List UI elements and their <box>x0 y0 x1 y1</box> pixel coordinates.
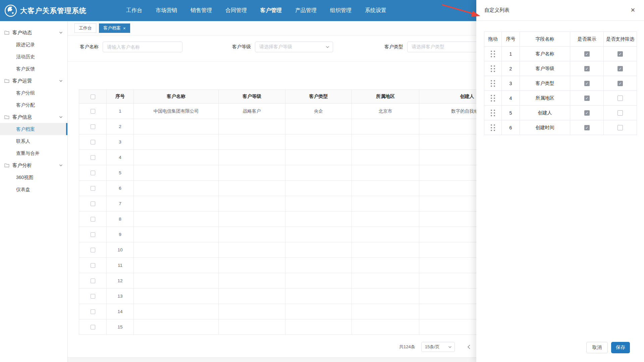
cell <box>352 289 419 304</box>
filterable-checkbox[interactable] <box>618 110 623 116</box>
cell <box>285 304 352 319</box>
row-checkbox[interactable] <box>91 279 95 283</box>
row-checkbox[interactable] <box>91 186 95 191</box>
customer-level-select[interactable]: 请选择客户等级 <box>255 42 333 52</box>
sidebar-item[interactable]: 客户分组 <box>0 87 67 99</box>
sidebar-group[interactable]: 客户运营 <box>0 75 67 87</box>
sidebar: 客户动态跟进记录活动历史客户反馈客户运营客户分组客户分配客户信息客户档案联系人查… <box>0 21 68 362</box>
row-checkbox[interactable] <box>91 217 95 222</box>
show-checkbox[interactable] <box>584 125 590 130</box>
drag-handle-icon[interactable] <box>491 65 495 72</box>
nav-item[interactable]: 市场营销 <box>156 7 177 14</box>
row-checkbox[interactable] <box>91 155 95 160</box>
sidebar-item[interactable]: 客户分配 <box>0 99 67 111</box>
cell <box>134 273 219 289</box>
row-checkbox[interactable] <box>91 109 95 114</box>
cell <box>352 258 419 273</box>
nav-item[interactable]: 销售管理 <box>191 7 212 14</box>
filterable-checkbox[interactable] <box>618 96 623 101</box>
row-checkbox[interactable] <box>91 309 95 314</box>
table-header-row: 序号客户名称客户等级客户类型所属地区创建人 <box>79 90 515 104</box>
sidebar-item[interactable]: 仪表盘 <box>0 183 67 195</box>
tab-workbench[interactable]: 工作台 <box>74 23 96 33</box>
filterable-checkbox[interactable] <box>618 51 623 57</box>
filterable-checkbox[interactable] <box>618 125 623 130</box>
cell <box>285 119 352 134</box>
filterable-checkbox[interactable] <box>618 81 623 86</box>
sidebar-item[interactable]: 查重与合并 <box>0 147 67 159</box>
cell <box>352 273 419 289</box>
cell <box>219 150 285 165</box>
cell: 9 <box>107 227 134 242</box>
cell <box>285 273 352 289</box>
sidebar-item[interactable]: 活动历史 <box>0 51 67 63</box>
drag-handle-icon[interactable] <box>491 80 495 87</box>
nav-item[interactable]: 系统设置 <box>365 7 386 14</box>
seq-cell: 4 <box>502 91 520 106</box>
checkbox-cell <box>79 319 107 335</box>
sidebar-item[interactable]: 联系人 <box>0 135 67 147</box>
cell: 12 <box>107 273 134 289</box>
show-cell <box>570 120 604 135</box>
cell <box>219 273 285 289</box>
select-all-checkbox[interactable] <box>91 95 95 99</box>
row-checkbox[interactable] <box>91 140 95 144</box>
nav-item[interactable]: 合同管理 <box>225 7 247 14</box>
drag-handle-icon[interactable] <box>491 51 495 57</box>
row-checkbox[interactable] <box>91 124 95 129</box>
cancel-button[interactable]: 取消 <box>586 342 608 353</box>
row-checkbox[interactable] <box>91 248 95 252</box>
drag-cell <box>484 61 502 76</box>
nav-item[interactable]: 工作台 <box>126 7 142 14</box>
customer-name-input[interactable] <box>103 42 182 52</box>
page-size-select[interactable]: 15条/页 <box>421 342 455 352</box>
show-checkbox[interactable] <box>584 51 590 57</box>
save-button[interactable]: 保存 <box>611 342 630 353</box>
sidebar-item[interactable]: 客户反馈 <box>0 63 67 75</box>
row-checkbox[interactable] <box>91 294 95 299</box>
drag-handle-icon[interactable] <box>491 110 495 116</box>
filterable-cell <box>604 47 637 61</box>
show-checkbox[interactable] <box>584 81 590 86</box>
sidebar-item[interactable]: 客户档案 <box>0 123 67 135</box>
sidebar-group[interactable]: 客户分析 <box>0 159 67 171</box>
drawer-column-header: 是否展示 <box>570 32 604 47</box>
row-checkbox[interactable] <box>91 171 95 175</box>
sidebar-group[interactable]: 客户信息 <box>0 111 67 123</box>
column-header: 客户等级 <box>219 90 285 104</box>
show-checkbox[interactable] <box>584 96 590 101</box>
column-header: 所属地区 <box>352 90 419 104</box>
sidebar-group[interactable]: 客户动态 <box>0 26 67 39</box>
checkbox-cell <box>79 181 107 196</box>
cell <box>219 181 285 196</box>
filterable-cell <box>604 61 637 76</box>
row-checkbox[interactable] <box>91 325 95 329</box>
tab-customer-archive[interactable]: 客户档案 × <box>99 23 130 33</box>
pagination-total: 共124条 <box>399 344 415 350</box>
table-row: 2 <box>79 119 515 134</box>
nav-item[interactable]: 组织管理 <box>330 7 352 14</box>
prev-page-button[interactable] <box>467 345 471 349</box>
cell <box>219 196 285 212</box>
nav-item[interactable]: 产品管理 <box>295 7 317 14</box>
drag-handle-icon[interactable] <box>491 124 495 131</box>
row-checkbox[interactable] <box>91 201 95 206</box>
show-checkbox[interactable] <box>584 66 590 71</box>
show-checkbox[interactable] <box>584 110 590 116</box>
sidebar-item[interactable]: 跟进记录 <box>0 39 67 51</box>
cell <box>219 212 285 227</box>
filterable-checkbox[interactable] <box>618 66 623 71</box>
row-checkbox[interactable] <box>91 232 95 237</box>
drag-handle-icon[interactable] <box>491 95 495 102</box>
close-icon[interactable]: × <box>123 26 126 31</box>
sidebar-item[interactable]: 360视图 <box>0 171 67 183</box>
nav-item[interactable]: 客户管理 <box>260 7 282 14</box>
show-cell <box>570 91 604 106</box>
row-checkbox[interactable] <box>91 263 95 268</box>
cell <box>134 196 219 212</box>
checkbox-cell <box>79 212 107 227</box>
table-row: 5 <box>79 165 515 181</box>
cell <box>352 196 419 212</box>
close-icon[interactable]: ✕ <box>631 7 635 13</box>
drawer-table-row: 3客户类型 <box>484 76 637 91</box>
